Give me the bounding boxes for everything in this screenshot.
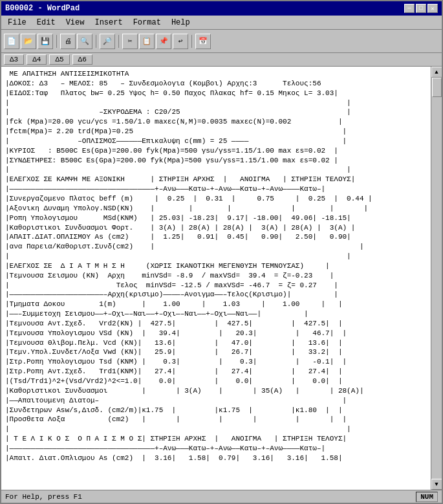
find-button[interactable]: 🔎 [100,34,115,49]
undo-button[interactable]: ↩ [173,34,188,49]
print-button[interactable]: 🖨 [60,34,76,49]
scroll-down-button[interactable]: ▼ [431,479,442,490]
tab-d3[interactable]: Δ3 [4,54,24,65]
menu-file[interactable]: File [4,17,30,28]
status-bar: For Help, press F1 NUM [1,490,442,503]
scroll-up-button[interactable]: ▲ [431,67,442,78]
close-button[interactable]: ✕ [427,4,438,13]
cut-button[interactable]: ✂ [122,34,138,49]
window-controls: ─ □ ✕ [404,4,438,13]
document-area: ΜΕ ΑΠΑΙΤΗΣΗ ΑΝΤΙΣΕΙΣΜΙΚΟΤΗΤΑ |ΔΟΚΟΣ: Δ3 … [1,67,442,490]
tab-d6[interactable]: Δ6 [72,54,92,65]
main-window: B00002 - WordPad ─ □ ✕ File Edit View In… [0,0,443,504]
tab-d4[interactable]: Δ4 [27,54,47,65]
menu-format[interactable]: Format [129,17,165,28]
maximize-button[interactable]: □ [416,4,426,13]
paste-button[interactable]: 📌 [156,34,171,49]
toolbar-separator-1 [56,35,57,48]
scroll-thumb[interactable] [432,78,442,97]
copy-button[interactable]: 📋 [139,34,155,49]
print-preview-button[interactable]: 🔍 [77,34,92,49]
insert-date-button[interactable]: 📅 [195,34,211,49]
title-bar: B00002 - WordPad ─ □ ✕ [1,1,442,16]
num-lock-indicator: NUM [416,492,438,502]
menu-edit[interactable]: Edit [33,17,59,28]
menu-view[interactable]: View [62,17,89,28]
menu-bar: File Edit View Insert Format Help [1,16,442,30]
minimize-button[interactable]: ─ [404,4,415,13]
menu-help[interactable]: Help [167,17,194,28]
toolbar: 📄 📂 💾 🖨 🔍 🔎 ✂ 📋 📌 ↩ 📅 [1,30,442,53]
tab-d5[interactable]: Δ5 [49,54,69,65]
scroll-track[interactable] [431,78,442,479]
window-title: B00002 - WordPad [5,4,80,13]
toolbar-separator-2 [96,35,96,48]
tabs-bar: Δ3 Δ4 Δ5 Δ6 [1,53,442,67]
vertical-scrollbar[interactable]: ▲ ▼ [431,67,442,490]
new-button[interactable]: 📄 [4,34,19,49]
toolbar-separator-3 [118,35,119,48]
save-button[interactable]: 💾 [38,34,53,49]
help-text: For Help, press F1 [5,493,82,501]
toolbar-separator-4 [191,35,192,48]
menu-insert[interactable]: Insert [91,17,126,28]
document-text[interactable]: ΜΕ ΑΠΑΙΤΗΣΗ ΑΝΤΙΣΕΙΣΜΙΚΟΤΗΤΑ |ΔΟΚΟΣ: Δ3 … [1,67,431,490]
open-button[interactable]: 📂 [21,34,36,49]
